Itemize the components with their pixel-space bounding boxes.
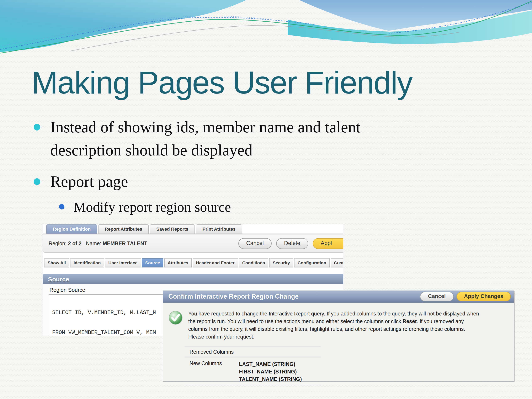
- removed-columns-label: Removed Columns: [190, 349, 514, 355]
- subtab-configuration[interactable]: Configuration: [294, 258, 329, 267]
- cancel-button[interactable]: Cancel: [238, 238, 272, 249]
- dialog-body: You have requested to change the Interac…: [163, 303, 514, 385]
- new-columns-values: LAST_NAME (STRING) FIRST_NAME (STRING) T…: [239, 360, 302, 383]
- tab-report-attributes[interactable]: Report Attributes: [98, 224, 149, 234]
- bullet-icon: [34, 178, 40, 185]
- bullet-text: Report page: [50, 170, 128, 193]
- apply-button[interactable]: Appl: [313, 238, 343, 249]
- region-name-value: MEMBER TALENT: [103, 241, 147, 246]
- region-buttons: Cancel Delete Appl: [238, 238, 343, 249]
- sub-bullet-item: Modify report region source: [59, 197, 231, 217]
- subtab-identification[interactable]: Identification: [70, 258, 104, 267]
- delete-button[interactable]: Delete: [276, 238, 308, 249]
- page-title: Making Pages User Friendly: [32, 66, 412, 99]
- subtab-customization[interactable]: Cust: [331, 258, 343, 267]
- bullet-icon: [34, 124, 40, 131]
- new-columns-row: New Columns LAST_NAME (STRING) FIRST_NAM…: [190, 360, 514, 383]
- confirm-dialog: Confirm Interactive Report Region Change…: [163, 291, 514, 381]
- subtab-conditions[interactable]: Conditions: [239, 258, 268, 267]
- sub-bullet-text: Modify report region source: [74, 197, 231, 217]
- dialog-title: Confirm Interactive Report Region Change: [168, 293, 420, 300]
- new-column-value: TALENT_NAME (STRING): [239, 375, 302, 383]
- page-tabs: Region Definition Report Attributes Save…: [46, 224, 242, 234]
- dialog-header: Confirm Interactive Report Region Change…: [163, 291, 514, 303]
- region-label: Region:: [49, 241, 66, 246]
- subtab-show-all[interactable]: Show All: [44, 258, 69, 267]
- subtab-user-interface[interactable]: User Interface: [105, 258, 141, 267]
- region-value: 2 of 2: [68, 241, 82, 246]
- success-check-icon: [168, 310, 183, 325]
- bullet-icon: [59, 204, 64, 209]
- tab-saved-reports[interactable]: Saved Reports: [150, 224, 195, 234]
- bullet-item-1: Instead of showing ids, member name and …: [34, 115, 422, 162]
- subtab-source[interactable]: Source: [142, 258, 163, 267]
- apply-changes-button[interactable]: Apply Changes: [456, 292, 511, 301]
- bullet-item-2: Report page: [34, 170, 128, 193]
- tab-region-definition[interactable]: Region Definition: [46, 224, 97, 234]
- tab-print-attributes[interactable]: Print Attributes: [196, 224, 242, 234]
- region-info: Region: 2 of 2 Name: MEMBER TALENT: [49, 241, 147, 247]
- divider: [184, 357, 321, 357]
- dialog-message: You have requested to change the Interac…: [188, 310, 479, 341]
- subtab-attributes[interactable]: Attributes: [164, 258, 192, 267]
- new-column-value: LAST_NAME (STRING): [239, 360, 302, 368]
- name-label: Name:: [86, 241, 101, 246]
- region-subtabs: Show All Identification User Interface S…: [44, 258, 343, 267]
- slide: Making Pages User Friendly Instead of sh…: [0, 0, 532, 399]
- subtab-header-and-footer[interactable]: Header and Footer: [193, 258, 238, 267]
- dialog-cancel-button[interactable]: Cancel: [420, 292, 453, 301]
- divider: [184, 346, 321, 347]
- source-section-header: Source: [43, 274, 343, 284]
- divider: [184, 385, 321, 385]
- bullet-text: Instead of showing ids, member name and …: [50, 115, 422, 162]
- reset-keyword: Reset: [403, 318, 417, 324]
- region-info-bar: Region: 2 of 2 Name: MEMBER TALENT Cance…: [43, 234, 343, 253]
- new-column-value: FIRST_NAME (STRING): [239, 368, 302, 375]
- subtab-security[interactable]: Security: [269, 258, 293, 267]
- new-columns-label: New Columns: [190, 360, 239, 383]
